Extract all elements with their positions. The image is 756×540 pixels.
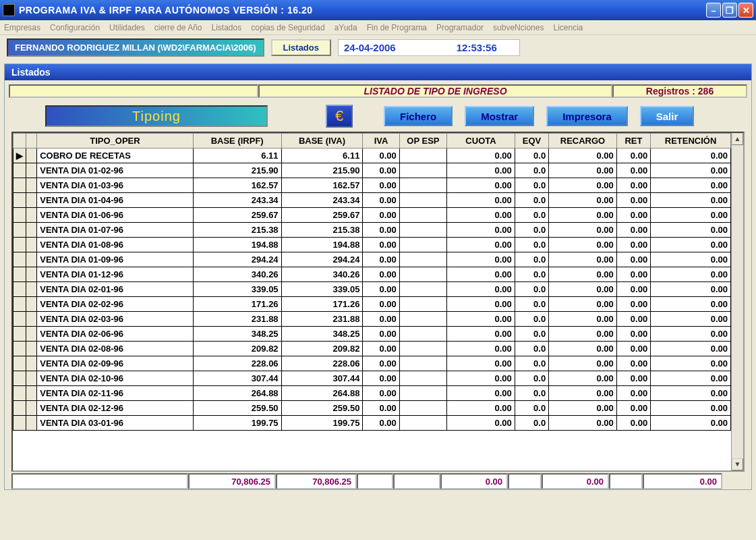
cell-op[interactable] — [399, 356, 446, 371]
cell-reten[interactable]: 0.00 — [651, 148, 731, 163]
cell-iva[interactable]: 0.00 — [363, 282, 399, 297]
impresora-button[interactable]: Impresora — [546, 106, 628, 126]
cell-eqv[interactable]: 0.0 — [515, 327, 548, 342]
cell-iva[interactable]: 0.00 — [363, 401, 399, 416]
vertical-scrollbar[interactable]: ▲ ▼ — [731, 133, 743, 470]
cell-rec[interactable]: 0.00 — [549, 148, 617, 163]
cell-op[interactable] — [399, 386, 446, 401]
cell-birpf[interactable]: 243.34 — [193, 193, 281, 208]
cell-ret[interactable]: 0.00 — [616, 238, 650, 252]
cell-op[interactable] — [399, 163, 446, 178]
table-row[interactable]: VENTA DIA 01-02-96215.90215.900.000.000.… — [13, 163, 731, 178]
cell-birpf[interactable]: 194.88 — [193, 238, 281, 252]
cell-tipo[interactable]: VENTA DIA 03-01-96 — [37, 416, 194, 431]
cell-eqv[interactable]: 0.0 — [515, 386, 548, 401]
cell-biva[interactable]: 307.44 — [281, 371, 363, 386]
cell-ret[interactable]: 0.00 — [616, 267, 650, 282]
euro-icon[interactable]: € — [326, 105, 353, 128]
cell-reten[interactable]: 0.00 — [651, 163, 731, 178]
cell-eqv[interactable]: 0.0 — [515, 178, 548, 193]
cell-biva[interactable]: 215.38 — [281, 223, 363, 238]
table-row[interactable]: VENTA DIA 02-03-96231.88231.880.000.000.… — [13, 312, 731, 327]
cell-tipo[interactable]: VENTA DIA 01-03-96 — [37, 178, 194, 193]
menu-utilidades[interactable]: Utilidades — [109, 23, 145, 32]
cell-op[interactable] — [399, 223, 446, 238]
cell-op[interactable] — [399, 282, 446, 297]
cell-tipo[interactable]: VENTA DIA 02-01-96 — [37, 282, 194, 297]
cell-tipo[interactable]: VENTA DIA 02-09-96 — [37, 356, 194, 371]
table-row[interactable]: VENTA DIA 02-10-96307.44307.440.000.000.… — [13, 371, 731, 386]
cell-birpf[interactable]: 171.26 — [193, 297, 281, 312]
cell-cuota[interactable]: 0.00 — [447, 342, 515, 356]
cell-reten[interactable]: 0.00 — [651, 312, 731, 327]
cell-rec[interactable]: 0.00 — [549, 282, 617, 297]
cell-eqv[interactable]: 0.0 — [515, 193, 548, 208]
cell-tipo[interactable]: VENTA DIA 02-12-96 — [37, 401, 194, 416]
cell-birpf[interactable]: 348.25 — [193, 327, 281, 342]
cell-iva[interactable]: 0.00 — [363, 267, 399, 282]
col-eqv[interactable]: EQV — [515, 134, 548, 148]
cell-eqv[interactable]: 0.0 — [515, 163, 548, 178]
cell-birpf[interactable]: 294.24 — [193, 252, 281, 267]
table-row[interactable]: VENTA DIA 01-04-96243.34243.340.000.000.… — [13, 193, 731, 208]
salir-button[interactable]: Salir — [640, 106, 695, 126]
scroll-down-arrow[interactable]: ▼ — [732, 458, 743, 470]
cell-op[interactable] — [399, 267, 446, 282]
cell-birpf[interactable]: 228.06 — [193, 356, 281, 371]
cell-rec[interactable]: 0.00 — [549, 297, 617, 312]
cell-eqv[interactable]: 0.0 — [515, 223, 548, 238]
cell-biva[interactable]: 209.82 — [281, 342, 363, 356]
cell-birpf[interactable]: 199.75 — [193, 416, 281, 431]
cell-biva[interactable]: 294.24 — [281, 252, 363, 267]
cell-tipo[interactable]: VENTA DIA 02-08-96 — [37, 342, 194, 356]
table-row[interactable]: VENTA DIA 02-06-96348.25348.250.000.000.… — [13, 327, 731, 342]
menu-empresas[interactable]: Empresas — [4, 23, 40, 32]
cell-iva[interactable]: 0.00 — [363, 148, 399, 163]
cell-birpf[interactable]: 6.11 — [193, 148, 281, 163]
cell-biva[interactable]: 339.05 — [281, 282, 363, 297]
cell-reten[interactable]: 0.00 — [651, 416, 731, 431]
cell-tipo[interactable]: VENTA DIA 02-10-96 — [37, 371, 194, 386]
cell-cuota[interactable]: 0.00 — [447, 416, 515, 431]
col-op-esp[interactable]: OP ESP — [399, 134, 446, 148]
menu-configuraci-n[interactable]: Configuración — [50, 23, 100, 32]
cell-cuota[interactable]: 0.00 — [447, 401, 515, 416]
listados-button[interactable]: Listados — [271, 39, 331, 56]
cell-reten[interactable]: 0.00 — [651, 401, 731, 416]
cell-ret[interactable]: 0.00 — [616, 282, 650, 297]
table-row[interactable]: VENTA DIA 03-01-96199.75199.750.000.000.… — [13, 416, 731, 431]
cell-iva[interactable]: 0.00 — [363, 386, 399, 401]
cell-rec[interactable]: 0.00 — [549, 416, 617, 431]
cell-birpf[interactable]: 340.26 — [193, 267, 281, 282]
col-iva[interactable]: IVA — [363, 134, 399, 148]
cell-tipo[interactable]: VENTA DIA 01-07-96 — [37, 223, 194, 238]
cell-op[interactable] — [399, 148, 446, 163]
cell-op[interactable] — [399, 416, 446, 431]
fichero-button[interactable]: Fichero — [384, 106, 453, 126]
table-row[interactable]: VENTA DIA 01-08-96194.88194.880.000.000.… — [13, 238, 731, 252]
cell-cuota[interactable]: 0.00 — [447, 193, 515, 208]
cell-op[interactable] — [399, 193, 446, 208]
cell-reten[interactable]: 0.00 — [651, 252, 731, 267]
cell-eqv[interactable]: 0.0 — [515, 267, 548, 282]
cell-iva[interactable]: 0.00 — [363, 238, 399, 252]
cell-birpf[interactable]: 162.57 — [193, 178, 281, 193]
cell-birpf[interactable]: 264.88 — [193, 386, 281, 401]
cell-rec[interactable]: 0.00 — [549, 238, 617, 252]
cell-eqv[interactable]: 0.0 — [515, 252, 548, 267]
cell-iva[interactable]: 0.00 — [363, 327, 399, 342]
cell-biva[interactable]: 264.88 — [281, 386, 363, 401]
cell-cuota[interactable]: 0.00 — [447, 208, 515, 223]
cell-cuota[interactable]: 0.00 — [447, 371, 515, 386]
cell-iva[interactable]: 0.00 — [363, 208, 399, 223]
cell-biva[interactable]: 6.11 — [281, 148, 363, 163]
cell-birpf[interactable]: 339.05 — [193, 282, 281, 297]
cell-rec[interactable]: 0.00 — [549, 208, 617, 223]
table-row[interactable]: VENTA DIA 01-07-96215.38215.380.000.000.… — [13, 223, 731, 238]
cell-reten[interactable]: 0.00 — [651, 282, 731, 297]
col-base-iva-[interactable]: BASE (IVA) — [281, 134, 363, 148]
cell-ret[interactable]: 0.00 — [616, 163, 650, 178]
mostrar-button[interactable]: Mostrar — [465, 106, 534, 126]
cell-eqv[interactable]: 0.0 — [515, 297, 548, 312]
table-row[interactable]: VENTA DIA 01-03-96162.57162.570.000.000.… — [13, 178, 731, 193]
